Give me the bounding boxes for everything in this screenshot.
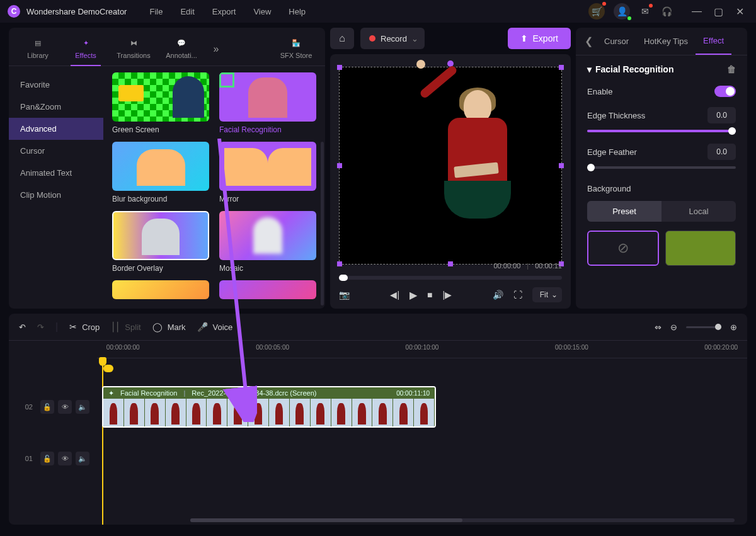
track-lock-button[interactable]: 🔓 xyxy=(40,400,54,414)
track-mute-button[interactable]: 🔈 xyxy=(76,452,89,465)
timeline-clip[interactable]: ✦ Facial Recognition | Rec_2022-07-12 11… xyxy=(102,386,436,428)
clip-filename: Rec_2022-07-12 11-34-38.dcrc (Screen) xyxy=(192,389,316,397)
fit-timeline-button[interactable]: ⇔ xyxy=(655,322,662,332)
selection-handle[interactable] xyxy=(559,163,564,168)
account-icon[interactable]: 👤 xyxy=(614,3,630,20)
thickness-slider[interactable] xyxy=(587,130,736,132)
redo-button[interactable]: ↷ xyxy=(37,322,44,332)
export-icon: ⬆ xyxy=(520,33,528,43)
rp-tab-effect[interactable]: Effect xyxy=(696,28,731,55)
tab-library[interactable]: ▤Library xyxy=(15,33,60,66)
fit-select[interactable]: Fit xyxy=(532,287,562,302)
zoom-out-button[interactable]: ⊖ xyxy=(670,322,677,332)
timeline-ruler[interactable]: 00:00:00:00 00:00:05:00 00:00:10:00 00:0… xyxy=(97,341,747,358)
panel-prev-icon[interactable]: ❮ xyxy=(581,35,597,47)
timeline-scrollbar[interactable] xyxy=(190,518,735,522)
preview-progress[interactable] xyxy=(339,276,562,280)
split-tool[interactable]: ⎮⎮Split xyxy=(111,322,140,332)
effect-extra-2[interactable] xyxy=(219,280,316,299)
effect-green-screen[interactable]: Green Screen xyxy=(112,72,209,134)
selection-handle[interactable] xyxy=(559,65,564,70)
sidebar-panzoom[interactable]: Pan&Zoom xyxy=(9,96,103,118)
sidebar-clip-motion[interactable]: Clip Motion xyxy=(9,184,103,206)
fullscreen-button[interactable]: ⛶ xyxy=(513,290,522,300)
preview-canvas[interactable] xyxy=(339,67,562,265)
tab-annotations[interactable]: 💬Annotati... xyxy=(159,33,204,66)
menu-help[interactable]: Help xyxy=(289,7,306,16)
delete-effect-button[interactable]: 🗑 xyxy=(727,64,736,74)
selection-handle[interactable] xyxy=(337,65,342,70)
mark-tool[interactable]: ◯Mark xyxy=(152,322,186,332)
feather-slider[interactable] xyxy=(587,166,736,169)
thickness-value[interactable]: 0.0 xyxy=(707,107,736,123)
background-mode: Preset Local xyxy=(587,201,736,222)
close-button[interactable]: ✕ xyxy=(731,4,748,19)
sidebar-animated-text[interactable]: Animated Text xyxy=(9,162,103,184)
effect-extra-1[interactable] xyxy=(112,280,209,299)
play-button[interactable]: ▶ xyxy=(410,289,417,301)
effect-mosaic[interactable]: Mosaic xyxy=(219,211,316,273)
enable-label: Enable xyxy=(587,87,612,96)
zoom-in-button[interactable]: ⊕ xyxy=(730,322,737,332)
rp-tab-hotkey[interactable]: HotKey Tips xyxy=(636,28,696,55)
collapse-icon[interactable]: ▾ xyxy=(587,64,592,74)
sidebar-cursor[interactable]: Cursor xyxy=(9,140,103,162)
preview-subject xyxy=(429,90,524,235)
preset-none[interactable]: ⊘ xyxy=(587,231,659,266)
app-title: Wondershare DemoCreator xyxy=(26,7,127,16)
feather-value[interactable]: 0.0 xyxy=(707,144,736,160)
clip-duration: 00:00:11:10 xyxy=(396,390,430,397)
preview-area: 00:00:00 | 00:00:11 📷 ◀| ▶ ■ |▶ 🔊 ⛶ Fit xyxy=(330,54,571,309)
menu-edit[interactable]: Edit xyxy=(180,7,194,16)
mail-icon[interactable]: ✉ xyxy=(639,5,651,18)
effect-border-overlay[interactable]: Border Overlay xyxy=(112,211,209,273)
voice-tool[interactable]: 🎤Voice xyxy=(197,322,233,332)
next-frame-button[interactable]: |▶ xyxy=(443,290,452,300)
sidebar-favorite[interactable]: Favorite xyxy=(9,74,103,96)
effect-title: Facial Recognition xyxy=(595,64,673,74)
crop-tool[interactable]: ✂Crop xyxy=(69,322,100,332)
track-visibility-button[interactable]: 👁 xyxy=(58,452,72,465)
effect-mirror[interactable]: Mirror xyxy=(219,142,316,203)
effect-facial-recognition[interactable]: Facial Recognition xyxy=(219,72,316,134)
seg-preset[interactable]: Preset xyxy=(587,201,662,222)
feather-label: Edge Feather xyxy=(587,147,637,157)
tab-transitions[interactable]: ⧓Transitions xyxy=(111,33,156,66)
snapshot-button[interactable]: 📷 xyxy=(339,290,350,300)
tab-effects[interactable]: ✦Effects xyxy=(63,33,108,66)
headset-icon[interactable]: 🎧 xyxy=(660,5,673,18)
track-lock-button[interactable]: 🔓 xyxy=(40,452,54,465)
sidebar-advanced[interactable]: Advanced xyxy=(9,118,103,140)
maximize-button[interactable]: ▢ xyxy=(709,4,727,19)
track-mute-button[interactable]: 🔈 xyxy=(76,400,89,414)
enable-toggle[interactable] xyxy=(714,86,736,97)
zoom-slider[interactable] xyxy=(686,326,721,328)
minimize-button[interactable]: — xyxy=(688,4,706,19)
timeline-marker[interactable] xyxy=(103,365,113,372)
selection-handle[interactable] xyxy=(337,163,342,168)
preset-green[interactable] xyxy=(665,231,736,266)
tab-sfx-store[interactable]: 🏪SFX Store xyxy=(273,33,319,66)
clip-effect-name: Facial Recognition xyxy=(120,389,178,397)
export-button[interactable]: ⬆Export xyxy=(508,28,571,49)
prev-frame-button[interactable]: ◀| xyxy=(390,290,399,300)
menu-view[interactable]: View xyxy=(253,7,271,16)
record-button[interactable]: Record xyxy=(360,28,425,49)
effects-categories: Favorite Pan&Zoom Advanced Cursor Animat… xyxy=(9,66,103,309)
cart-icon[interactable]: 🛒 xyxy=(588,3,605,20)
home-button[interactable]: ⌂ xyxy=(330,28,354,49)
background-label: Background xyxy=(587,184,736,193)
track-visibility-button[interactable]: 👁 xyxy=(58,400,72,414)
menu-bar: File Edit Export View Help xyxy=(149,7,306,16)
menu-file[interactable]: File xyxy=(149,7,163,16)
seg-local[interactable]: Local xyxy=(662,201,736,222)
undo-button[interactable]: ↶ xyxy=(19,322,26,332)
menu-export[interactable]: Export xyxy=(212,7,236,16)
effects-scrollbar[interactable] xyxy=(321,142,324,305)
time-total: 00:00:11 xyxy=(535,262,562,270)
rp-tab-cursor[interactable]: Cursor xyxy=(597,28,636,55)
volume-button[interactable]: 🔊 xyxy=(493,290,503,300)
effect-blur-background[interactable]: Blur background xyxy=(112,142,209,203)
tabs-more-icon[interactable]: » xyxy=(207,43,226,55)
stop-button[interactable]: ■ xyxy=(427,290,432,300)
